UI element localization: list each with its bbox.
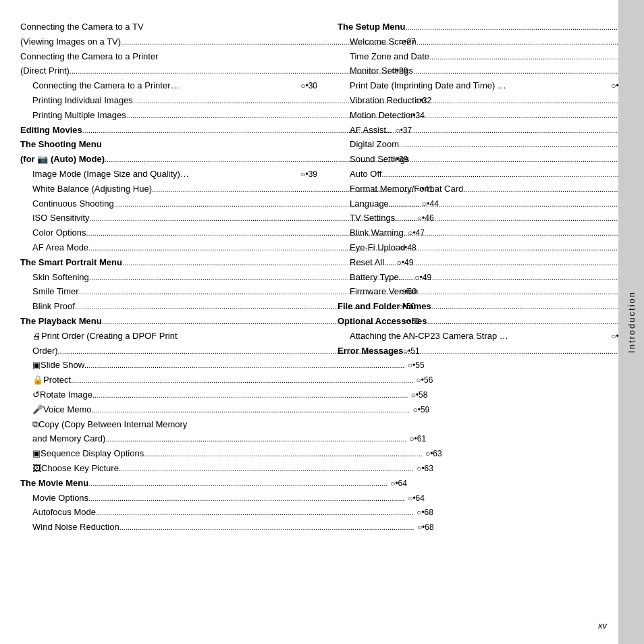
dot-leader [82,124,393,138]
list-item: (Direct Print) ○•29 [20,64,317,78]
list-item: Skin Softening ○•49 [32,271,317,285]
entry-text: Blink Proof [32,300,75,314]
dot-leader [102,315,401,329]
list-item: Blink Proof ○•50 [32,300,317,314]
list-item: Auto Off ○•81 [350,167,628,182]
dot-leader [144,447,423,461]
page-ref: ○•30 [300,80,317,92]
entry-text: Slide Show [41,358,84,373]
list-item: Printing Multiple Images ○•34 [32,109,317,123]
dot-leader [431,300,644,314]
list-item: Attaching the AN-CP23 Camera Strap … ○•9… [350,329,628,344]
dot-leader [426,94,644,108]
list-item: Movie Options ○•64 [32,491,317,506]
list-item: (for 📷 (Auto) Mode) ○•39 [20,153,317,167]
dot-leader [409,153,644,167]
dot-leader [399,138,644,152]
sidebar: Introduction [618,0,644,644]
dot-leader [429,50,644,64]
dot-leader [418,285,644,299]
page-number: xv [598,620,607,630]
left-column: Connecting the Camera to a TV (Viewing I… [20,20,331,624]
page-ref: ○•39 [300,168,317,181]
entry-text: Connecting the Camera to a Printer [20,50,159,64]
dot-leader [416,109,644,123]
list-item: and Memory Card) ○•61 [32,432,317,446]
dot-leader [405,241,644,255]
entry-text: The Playback Menu [20,315,102,329]
entry-text: White Balance (Adjusting Hue) [32,182,152,196]
list-item: (Viewing Images on a TV) ○•27 [20,35,317,49]
entry-text: Skin Softening [32,271,89,285]
entry-text: (Viewing Images on a TV) [20,35,121,49]
list-item: Smile Timer ○•50 [32,285,317,299]
print-icon: 🖨 [32,329,41,344]
dot-leader [389,197,644,211]
protect-icon: 🔒 [32,373,43,387]
list-item: Order) ○•51 [32,344,317,358]
dot-leader [404,226,644,240]
dot-leader [84,358,405,373]
entry-text: Copy (Copy Between Internal Memory [38,418,187,432]
entry-text: Connecting the Camera to a Printer… [32,79,180,93]
slide-icon: ▣ [32,358,41,373]
entry-text: Rotate Image [40,388,92,402]
list-item: AF Area Mode ○•48 [32,241,317,255]
entry-text: Wind Noise Reduction [32,520,119,535]
list-item: Connecting the Camera to a Printer… ○•30 [32,79,317,93]
dot-leader [92,388,408,402]
dot-leader [381,167,644,182]
list-item: 🖼 Choose Key Picture ○•63 [32,462,317,476]
rotate-icon: ↺ [32,388,40,402]
list-item: Color Options ○•47 [32,226,317,240]
entry-text: Attaching the AN-CP23 Camera Strap … [350,329,508,344]
voice-icon: 🎤 [32,403,43,417]
dot-leader [89,271,412,285]
entry-text: Printing Multiple Images [32,109,126,123]
list-item: Print Date (Imprinting Date and Time) … … [350,79,628,93]
entry-text: Voice Memo [43,403,92,417]
list-item: Reset All ○•88 [350,256,628,270]
dot-leader [88,491,405,506]
list-item: White Balance (Adjusting Hue) ○•41 [32,182,317,196]
dot-leader [133,94,412,108]
list-item: ▣ Sequence Display Options ○•63 [32,447,317,461]
list-item: The Smart Portrait Menu ○•49 [20,256,317,270]
list-item: ISO Sensitivity ○•46 [32,211,317,225]
list-item: ▣ Slide Show ○•55 [32,358,317,373]
dot-leader [58,344,400,358]
entry-text: (Direct Print) [20,64,70,78]
entry-text: The Movie Menu [20,477,88,491]
list-item: Autofocus Mode ○•68 [32,506,317,520]
list-item: Monitor Settings ○•73 [350,64,628,78]
list-item: The Movie Menu ○•64 [20,477,317,491]
dot-leader [395,211,644,225]
list-item: Wind Noise Reduction ○•68 [32,520,317,535]
entry-text: and Memory Card) [32,432,105,446]
list-item: Language ○•83 [350,197,628,211]
entry-text: Digital Zoom [350,138,399,152]
dot-leader [122,256,394,270]
dot-leader [427,315,644,329]
list-item: Connecting the Camera to a Printer [20,50,317,64]
dot-leader [119,520,414,535]
list-item: Time Zone and Date ○•70 [350,50,628,64]
list-item: Sound Settings ○•80 [350,153,628,167]
entry-text: AF Area Mode [32,241,88,255]
dot-leader [79,285,397,299]
dot-leader [413,64,644,78]
list-item: The Playback Menu ○•51 [20,315,317,329]
dot-leader [386,124,644,138]
list-item: ↺ Rotate Image ○•58 [32,388,317,402]
entry-text: Protect [43,373,71,387]
dot-leader [404,344,644,358]
list-item: The Shooting Menu [20,138,317,152]
entry-text: Color Options [32,226,86,240]
dot-leader [88,477,387,491]
list-item: Image Mode (Image Size and Quality)… ○•3… [32,167,317,182]
dot-leader [75,300,396,314]
list-item: Printing Individual Images ○•32 [32,94,317,108]
dot-leader [70,64,389,78]
dot-leader [121,35,396,49]
dot-leader [417,35,644,49]
